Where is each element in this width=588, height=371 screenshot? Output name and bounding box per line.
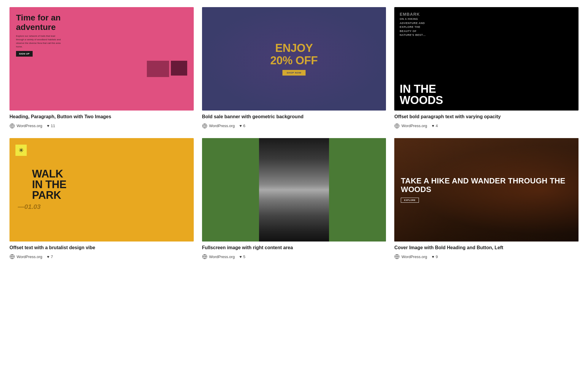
preview-explore-button: EXPLORE — [401, 198, 419, 203]
card-title: Cover Image with Bold Heading and Button… — [394, 244, 579, 251]
likes-count: 7 — [51, 255, 53, 259]
preview-hike-heading: TAKE A HIKE AND WANDER THROUGH THE WOODS — [401, 177, 572, 194]
card-preview[interactable]: Time for an adventure Explore our networ… — [9, 7, 194, 111]
list-item: ENJOY 20% OFF SHOP NOW Bold sale banner … — [202, 7, 386, 129]
heart-icon: ♥ — [47, 255, 49, 259]
card-title: Fullscreen image with right content area — [202, 244, 386, 251]
card-likes: ♥ 11 — [47, 124, 55, 128]
card-author: WordPress.org — [202, 254, 235, 259]
card-preview[interactable]: EMBARK ON A HIKINGADVENTURE ANDEXPLORE T… — [394, 7, 579, 111]
star-icon: ✳ — [19, 147, 24, 154]
preview-top: EMBARK ON A HIKINGADVENTURE ANDEXPLORE T… — [400, 12, 573, 37]
author-name: WordPress.org — [209, 124, 235, 128]
card-author: WordPress.org — [9, 123, 42, 129]
card-meta: WordPress.org ♥ 5 — [202, 254, 386, 259]
preview-button: SIGN UP — [16, 51, 33, 57]
card-author: WordPress.org — [9, 254, 42, 259]
author-name: WordPress.org — [17, 124, 42, 128]
author-name: WordPress.org — [17, 255, 42, 259]
card-title: Bold sale banner with geometric backgrou… — [202, 113, 386, 120]
heart-icon: ♥ — [432, 124, 434, 128]
list-item: EMBARK ON A HIKINGADVENTURE ANDEXPLORE T… — [394, 7, 579, 129]
card-likes: ♥ 7 — [47, 255, 53, 259]
card-title: Heading, Paragraph, Button with Two Imag… — [9, 113, 194, 120]
author-name: WordPress.org — [209, 255, 235, 259]
card-meta: WordPress.org ♥ 6 — [202, 123, 386, 129]
card-meta: WordPress.org ♥ 11 — [9, 123, 194, 129]
wordpress-icon — [9, 123, 15, 129]
author-name: WordPress.org — [401, 255, 427, 259]
preview-images — [16, 61, 187, 77]
preview-walk-text: WALKIN THEPARK — [15, 169, 188, 201]
card-likes: ♥ 6 — [239, 124, 245, 128]
card-title: Offset text with a brutalist design vibe — [9, 244, 194, 251]
heart-icon: ♥ — [432, 255, 434, 259]
pattern-grid: Time for an adventure Explore our networ… — [9, 7, 579, 259]
heart-icon: ♥ — [239, 124, 242, 128]
preview-date: —01.03 — [15, 203, 188, 211]
card-meta: WordPress.org ♥ 4 — [394, 123, 579, 129]
card-author: WordPress.org — [394, 254, 427, 259]
likes-count: 9 — [436, 255, 438, 259]
likes-count: 4 — [436, 124, 438, 128]
card-likes: ♥ 5 — [239, 255, 245, 259]
list-item: Time for an adventure Explore our networ… — [9, 7, 194, 129]
preview-heading: Time for an adventure — [16, 13, 75, 32]
card-preview[interactable]: ✳ WALKIN THEPARK —01.03 — [9, 138, 194, 242]
list-item: TAKE A HIKE AND WANDER THROUGH THE WOODS… — [394, 138, 579, 260]
preview-sale-text: ENJOY 20% OFF — [270, 42, 318, 67]
likes-count: 11 — [51, 124, 55, 128]
card-author: WordPress.org — [394, 123, 427, 129]
author-name: WordPress.org — [401, 124, 427, 128]
wordpress-icon — [9, 254, 15, 259]
likes-count: 6 — [243, 124, 245, 128]
heart-icon: ♥ — [239, 255, 242, 259]
card-title: Offset bold paragraph text with varying … — [394, 113, 579, 120]
wordpress-icon — [394, 123, 400, 129]
list-item: ✳ WALKIN THEPARK —01.03 Offset text with… — [9, 138, 194, 260]
star-box: ✳ — [15, 145, 27, 156]
wordpress-icon — [202, 123, 207, 129]
card-preview[interactable] — [202, 138, 386, 242]
card-meta: WordPress.org ♥ 9 — [394, 254, 579, 259]
wordpress-icon — [202, 254, 207, 259]
card-meta: WordPress.org ♥ 7 — [9, 254, 194, 259]
wordpress-icon — [394, 254, 400, 259]
card-likes: ♥ 9 — [432, 255, 438, 259]
preview-shop-button: SHOP NOW — [282, 70, 305, 76]
preview-subtext: Explore our network of trails that lead … — [16, 34, 63, 49]
card-likes: ♥ 4 — [432, 124, 438, 128]
card-author: WordPress.org — [202, 123, 235, 129]
card-preview[interactable]: ENJOY 20% OFF SHOP NOW — [202, 7, 386, 111]
list-item: Fullscreen image with right content area… — [202, 138, 386, 260]
card-preview[interactable]: TAKE A HIKE AND WANDER THROUGH THE WOODS… — [394, 138, 579, 242]
heart-icon: ♥ — [47, 124, 49, 128]
preview-big-text: IN THEWOODS — [400, 83, 573, 106]
likes-count: 5 — [243, 255, 245, 259]
